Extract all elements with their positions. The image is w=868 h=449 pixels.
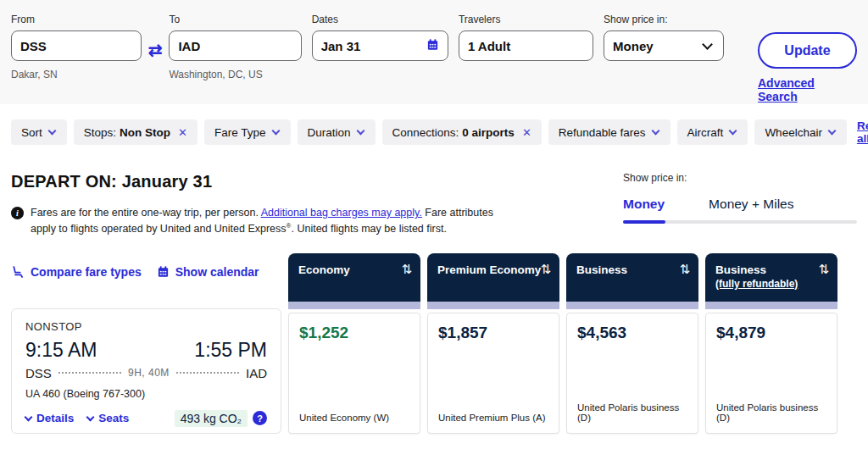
departure-time: 9:15 AM <box>25 339 97 362</box>
close-icon[interactable]: ✕ <box>522 126 531 139</box>
chevron-down-icon <box>827 127 836 136</box>
dates-label: Dates <box>312 14 448 25</box>
close-icon[interactable]: ✕ <box>178 126 187 139</box>
disclaimer-text: . United flights may be listed first. <box>291 224 446 236</box>
filter-chip-stops[interactable]: Stops: Non Stop ✕ <box>74 119 198 145</box>
sort-icon[interactable]: ⇅ <box>540 262 551 277</box>
advanced-search-link[interactable]: Advanced Search <box>758 76 857 103</box>
bag-charges-link[interactable]: Additional bag charges may apply. <box>261 207 422 219</box>
route-line <box>176 372 239 374</box>
filter-chip-fare-type[interactable]: Fare Type <box>204 119 291 145</box>
travelers-input[interactable]: 1 Adult <box>459 30 594 61</box>
calendar-icon <box>157 265 170 278</box>
price-in-field-group: Show price in: Money <box>604 14 724 61</box>
filter-chips-row: Sort Stops: Non Stop ✕ Fare Type Duratio… <box>11 119 857 145</box>
fare-cell-business[interactable]: $4,563 United Polaris business (D) <box>566 313 698 434</box>
price-toggle: Show price in: Money Money + Miles <box>623 172 857 224</box>
depart-heading: DEPART ON: January 31 <box>11 172 518 191</box>
flight-number-aircraft: UA 460 (Boeing 767-300) <box>25 388 267 400</box>
chip-label: Sort <box>21 126 42 139</box>
dates-input[interactable]: Jan 31 <box>312 30 448 61</box>
chevron-down-icon <box>86 413 95 421</box>
fare-cell-premium-economy[interactable]: $1,857 United Premium Plus (A) <box>427 313 559 434</box>
fare-price: $4,563 <box>577 324 687 342</box>
from-input[interactable]: DSS <box>11 30 142 61</box>
chip-label: Duration <box>308 126 351 139</box>
sort-icon[interactable]: ⇅ <box>401 262 412 277</box>
dates-value: Jan 31 <box>321 39 361 53</box>
fare-price: $4,879 <box>716 324 826 342</box>
calendar-icon[interactable] <box>426 38 439 53</box>
fare-column-header-economy[interactable]: Economy ⇅ <box>288 253 420 309</box>
chip-label: Refundable fares <box>559 126 646 139</box>
chevron-down-icon <box>651 127 659 136</box>
destination-code: IAD <box>246 366 267 380</box>
flight-card: NONSTOP 9:15 AM 1:55 PM DSS 9H, 40M IAD … <box>11 308 281 434</box>
tab-money[interactable]: Money <box>623 197 665 212</box>
sort-icon[interactable]: ⇅ <box>818 262 829 277</box>
chevron-down-icon <box>702 39 713 50</box>
fare-grid: Compare fare types Show calendar Economy… <box>11 253 857 434</box>
arrival-time: 1:55 PM <box>194 339 267 362</box>
from-field-group: From DSS Dakar, SN <box>11 14 142 80</box>
disclaimer-text: Fares are for the entire one-way trip, p… <box>31 207 261 219</box>
cabin-label: United Polaris business (D) <box>716 402 826 423</box>
show-calendar-link[interactable]: Show calendar <box>157 265 259 279</box>
dates-field-group: Dates Jan 31 <box>312 14 448 61</box>
price-in-value: Money <box>613 39 654 53</box>
seat-icon <box>11 265 25 279</box>
filter-chip-duration[interactable]: Duration <box>298 119 376 145</box>
cabin-label: United Polaris business (D) <box>577 402 687 423</box>
compare-fare-types-link[interactable]: Compare fare types <box>11 265 142 279</box>
filter-chip-refundable[interactable]: Refundable fares <box>548 119 670 145</box>
filter-chip-sort[interactable]: Sort <box>11 119 67 145</box>
details-toggle[interactable]: Details <box>25 412 74 424</box>
route-line <box>58 372 121 374</box>
chip-label: Wheelchair <box>765 126 822 139</box>
chevron-down-icon <box>271 127 280 136</box>
info-icon: i <box>11 207 24 219</box>
price-in-label: Show price in: <box>604 14 724 25</box>
chip-label: Stops: <box>84 126 116 139</box>
to-field-group: To IAD Washington, DC, US <box>169 14 302 80</box>
search-bar: From DSS Dakar, SN ⇄ To IAD Washington, … <box>0 0 868 104</box>
tab-money-miles[interactable]: Money + Miles <box>709 197 793 212</box>
reset-all-link[interactable]: Reset all <box>857 119 868 145</box>
fare-column-header-premium-economy[interactable]: Premium Economy ⇅ <box>427 253 559 309</box>
filter-chip-aircraft[interactable]: Aircraft <box>677 119 748 145</box>
chip-value: Non Stop <box>120 126 170 139</box>
sort-icon[interactable]: ⇅ <box>679 262 690 277</box>
from-label: From <box>11 14 142 25</box>
tab-track <box>623 220 857 224</box>
fare-column-header-business-refundable[interactable]: Business (fully refundable) ⇅ <box>705 253 837 309</box>
cabin-label: United Economy (W) <box>299 413 409 423</box>
fare-price: $1,857 <box>438 324 548 342</box>
refundable-note-link[interactable]: (fully refundable) <box>715 278 827 291</box>
to-input[interactable]: IAD <box>169 30 302 61</box>
chevron-down-icon <box>47 127 56 136</box>
travelers-label: Travelers <box>459 14 594 25</box>
filter-chip-wheelchair[interactable]: Wheelchair <box>754 119 847 145</box>
to-sub-label: Washington, DC, US <box>169 69 302 80</box>
travelers-field-group: Travelers 1 Adult <box>459 14 594 61</box>
help-icon[interactable]: ? <box>253 411 267 425</box>
active-tab-indicator <box>623 220 665 224</box>
chip-value: 0 airports <box>462 126 515 139</box>
stops-label: NONSTOP <box>25 320 267 333</box>
cabin-label: United Premium Plus (A) <box>438 413 548 423</box>
fare-cell-economy[interactable]: $1,252 United Economy (W) <box>288 313 420 434</box>
from-sub-label: Dakar, SN <box>11 69 142 80</box>
to-label: To <box>169 14 302 25</box>
chip-label: Fare Type <box>214 126 266 139</box>
filter-chip-connections[interactable]: Connections: 0 airports ✕ <box>382 119 542 145</box>
chip-label: Aircraft <box>687 126 724 139</box>
price-in-select[interactable]: Money <box>604 30 724 61</box>
fare-disclaimer: i Fares are for the entire one-way trip,… <box>11 205 518 238</box>
swap-airports-icon[interactable]: ⇄ <box>148 40 163 60</box>
fare-cell-business-refundable[interactable]: $4,879 United Polaris business (D) <box>705 313 837 434</box>
fare-column-header-business[interactable]: Business ⇅ <box>566 253 698 309</box>
results-header: DEPART ON: January 31 i Fares are for th… <box>11 172 857 238</box>
update-button[interactable]: Update <box>758 32 857 69</box>
co2-emissions-badge: 493 kg CO₂ <box>175 410 248 427</box>
seats-toggle[interactable]: Seats <box>87 412 129 424</box>
